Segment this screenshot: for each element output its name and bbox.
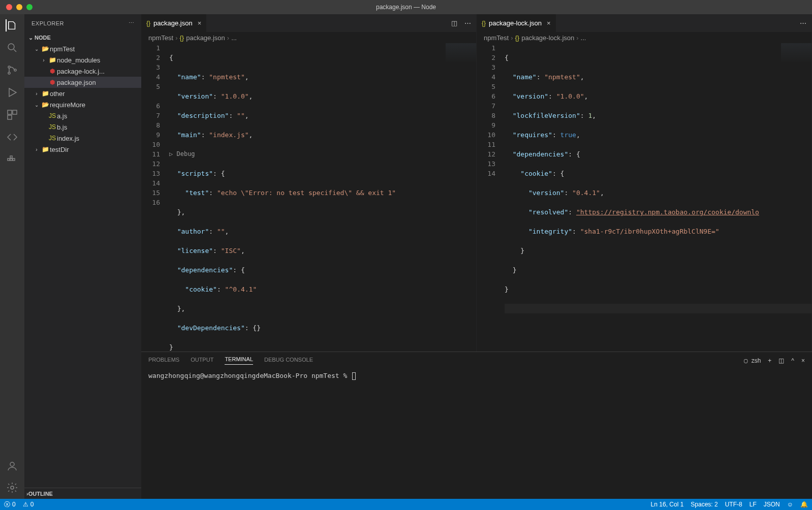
minimap[interactable] bbox=[446, 43, 476, 63]
code-token: "index.js" bbox=[209, 131, 248, 139]
split-terminal-icon[interactable]: ◫ bbox=[778, 357, 784, 364]
status-encoding[interactable]: UTF-8 bbox=[725, 501, 742, 508]
chevron-down-icon: ⌄ bbox=[33, 46, 41, 52]
panel-tab-output[interactable]: OUTPUT bbox=[191, 357, 213, 365]
tab-package-json[interactable]: {} package.json × bbox=[141, 14, 207, 32]
status-eol[interactable]: LF bbox=[749, 501, 757, 508]
chevron-right-icon: › bbox=[40, 57, 48, 63]
panel-tab-problems[interactable]: PROBLEMS bbox=[148, 357, 179, 365]
tree-file-ajs[interactable]: JS a.js bbox=[24, 110, 141, 121]
status-lncol[interactable]: Ln 16, Col 1 bbox=[651, 501, 684, 508]
code-editor-left[interactable]: 12345 678910111213141516 { "name": "npmt… bbox=[141, 43, 476, 352]
svg-rect-8 bbox=[10, 158, 12, 161]
code-token: "https://registry.npm.taobao.org/cookie/… bbox=[576, 208, 759, 216]
js-icon: JS bbox=[48, 123, 57, 131]
chevron-right-icon: › bbox=[175, 34, 177, 42]
svg-point-0 bbox=[8, 44, 14, 50]
maximize-window-button[interactable] bbox=[26, 4, 33, 10]
svg-point-1 bbox=[8, 66, 10, 68]
terminal-prompt: wangzhongqing@wangzhongqingdeMacBook-Pro… bbox=[148, 372, 351, 379]
tree-file-bjs[interactable]: JS b.js bbox=[24, 121, 141, 133]
code-content[interactable]: { "name": "npmtest", "version": "1.0.0",… bbox=[169, 43, 476, 352]
tree-folder-testdir[interactable]: › 📁 testDir bbox=[24, 144, 141, 155]
remote-icon[interactable] bbox=[6, 131, 18, 143]
search-icon[interactable] bbox=[6, 42, 18, 54]
new-terminal-icon[interactable]: + bbox=[768, 357, 771, 364]
error-icon: ⓧ bbox=[4, 500, 10, 509]
maximize-panel-icon[interactable]: ^ bbox=[791, 357, 794, 364]
breadcrumb-seg[interactable]: package-lock.json bbox=[521, 34, 574, 42]
tree-file-package-json[interactable]: ⬢ package.json bbox=[24, 77, 141, 88]
code-token: "integrity" bbox=[528, 228, 572, 235]
tree-folder-npmtest[interactable]: ⌄ 📂 npmTest bbox=[24, 43, 141, 54]
terminal-cursor bbox=[352, 372, 356, 380]
status-feedback-icon[interactable]: ☺ bbox=[787, 501, 793, 508]
status-errors[interactable]: ⓧ0 bbox=[4, 500, 16, 509]
terminal-body[interactable]: wangzhongqing@wangzhongqingdeMacBook-Pro… bbox=[141, 369, 812, 499]
close-tab-icon[interactable]: × bbox=[198, 19, 202, 27]
more-icon[interactable]: ⋯ bbox=[129, 20, 135, 26]
tree-folder-other[interactable]: › 📁 other bbox=[24, 88, 141, 99]
outline-label: OUTLINE bbox=[28, 491, 53, 497]
split-editor-icon[interactable]: ◫ bbox=[451, 19, 457, 27]
extensions-icon[interactable] bbox=[6, 109, 18, 121]
settings-gear-icon[interactable] bbox=[6, 482, 18, 494]
breadcrumb-seg[interactable]: ... bbox=[581, 34, 586, 42]
tree-folder-node-modules[interactable]: › 📁 node_modules bbox=[24, 54, 141, 66]
source-control-icon[interactable] bbox=[6, 64, 18, 76]
error-count: 0 bbox=[12, 501, 16, 508]
tree-folder-requiremore[interactable]: ⌄ 📂 requireMore bbox=[24, 99, 141, 110]
breadcrumb-seg[interactable]: npmTest bbox=[484, 34, 509, 42]
tree-file-package-lock[interactable]: ⬢ package-lock.j... bbox=[24, 66, 141, 77]
more-actions-icon[interactable]: ⋯ bbox=[800, 19, 806, 27]
tree-label: b.js bbox=[57, 123, 67, 131]
tree-root-header[interactable]: ⌄ NODE bbox=[24, 32, 141, 43]
code-token: "cookie" bbox=[185, 285, 217, 293]
tree-file-indexjs[interactable]: JS index.js bbox=[24, 133, 141, 144]
tabs-bar-right: {} package-lock.json × ⋯ bbox=[477, 14, 811, 32]
breadcrumb-right[interactable]: npmTest › {} package-lock.json › ... bbox=[477, 32, 811, 43]
explorer-icon[interactable] bbox=[6, 19, 18, 31]
code-token: { bbox=[169, 54, 173, 61]
minimize-window-button[interactable] bbox=[16, 4, 22, 10]
tab-package-lock-json[interactable]: {} package-lock.json × bbox=[477, 14, 556, 32]
chevron-right-icon: › bbox=[511, 34, 513, 42]
panel-tab-terminal[interactable]: TERMINAL bbox=[225, 356, 253, 365]
code-content[interactable]: { "name": "npmtest", "version": "1.0.0",… bbox=[505, 43, 811, 352]
chevron-down-icon: ⌄ bbox=[26, 35, 35, 41]
code-editor-right[interactable]: 1234567891011121314 { "name": "npmtest",… bbox=[477, 43, 811, 352]
status-bell-icon[interactable]: 🔔 bbox=[800, 501, 808, 508]
close-panel-icon[interactable]: × bbox=[801, 357, 805, 364]
docker-icon[interactable] bbox=[6, 153, 18, 166]
breadcrumb-seg[interactable]: npmTest bbox=[148, 34, 173, 42]
status-bar: ⓧ0 ⚠0 Ln 16, Col 1 Spaces: 2 UTF-8 LF JS… bbox=[0, 499, 812, 510]
terminal-shell-label[interactable]: ▢ zsh bbox=[744, 357, 761, 364]
editor-pane-right: {} package-lock.json × ⋯ npmTest › {} pa… bbox=[477, 14, 812, 352]
outline-section[interactable]: › OUTLINE bbox=[24, 488, 141, 499]
more-actions-icon[interactable]: ⋯ bbox=[464, 19, 471, 27]
debug-codelens[interactable]: Debug bbox=[176, 149, 195, 159]
close-window-button[interactable] bbox=[6, 4, 12, 10]
svg-point-12 bbox=[11, 486, 14, 489]
code-token: "author" bbox=[177, 228, 209, 235]
breadcrumb-seg[interactable]: package.json bbox=[186, 34, 225, 42]
close-tab-icon[interactable]: × bbox=[547, 19, 551, 27]
folder-icon: 📁 bbox=[41, 90, 50, 97]
warning-count: 0 bbox=[30, 501, 34, 508]
status-warnings[interactable]: ⚠0 bbox=[23, 501, 34, 508]
status-spaces[interactable]: Spaces: 2 bbox=[691, 501, 717, 508]
code-token: "test" bbox=[185, 189, 209, 197]
run-debug-icon[interactable] bbox=[6, 86, 18, 99]
code-token: "0.4.1" bbox=[572, 189, 600, 197]
tab-label: package-lock.json bbox=[489, 19, 542, 27]
breadcrumb-seg[interactable]: ... bbox=[231, 34, 237, 42]
panel-tab-debug-console[interactable]: DEBUG CONSOLE bbox=[264, 357, 313, 365]
account-icon[interactable] bbox=[6, 460, 18, 472]
title-bar: package.json — Node bbox=[0, 0, 812, 14]
breadcrumb-left[interactable]: npmTest › {} package.json › ... bbox=[141, 32, 476, 43]
chevron-right-icon: › bbox=[33, 91, 41, 97]
editor-pane-left: {} package.json × ◫ ⋯ npmTest › {} packa… bbox=[141, 14, 477, 352]
status-language[interactable]: JSON bbox=[764, 501, 780, 508]
minimap[interactable] bbox=[781, 43, 811, 63]
svg-rect-4 bbox=[8, 110, 12, 114]
